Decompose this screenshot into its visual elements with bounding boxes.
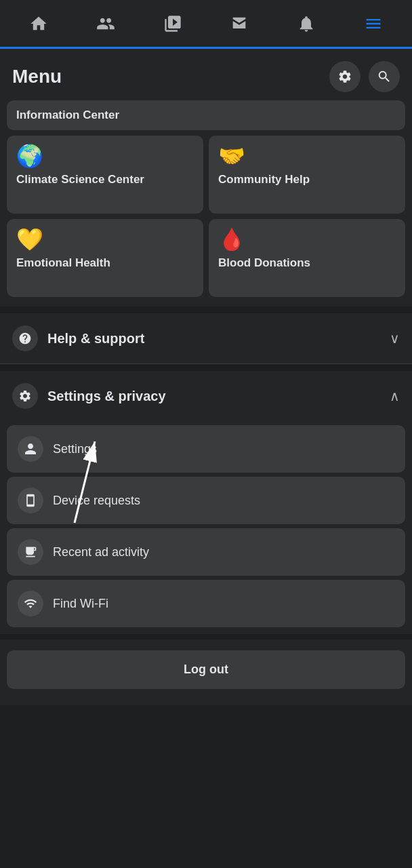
help-support-header[interactable]: Help & support ∨ bbox=[0, 313, 412, 363]
section-divider-1 bbox=[0, 307, 412, 313]
device-requests-icon bbox=[18, 488, 43, 513]
climate-icon: 🌍 bbox=[16, 145, 194, 167]
settings-privacy-label: Settings & privacy bbox=[47, 389, 380, 404]
blood-icon: 🩸 bbox=[218, 229, 396, 250]
climate-science-item[interactable]: 🌍 Climate Science Center bbox=[7, 136, 203, 214]
settings-items-list: Settings Device requests Recent ad activ… bbox=[0, 421, 412, 634]
help-support-label: Help & support bbox=[47, 331, 380, 347]
settings-privacy-icon bbox=[12, 383, 38, 409]
nav-home[interactable] bbox=[18, 6, 59, 41]
info-center-item[interactable]: Information Center bbox=[7, 100, 405, 130]
settings-item-settings[interactable]: Settings bbox=[7, 425, 405, 473]
emotional-icon: 💛 bbox=[16, 229, 194, 250]
menu-grid: 🌍 Climate Science Center 💛 Emotional Hea… bbox=[7, 136, 405, 297]
nav-friends[interactable] bbox=[85, 6, 126, 41]
help-chevron: ∨ bbox=[390, 330, 400, 347]
emotional-health-item[interactable]: 💛 Emotional Health bbox=[7, 219, 203, 297]
recent-ad-label: Recent ad activity bbox=[53, 545, 149, 559]
settings-item-wifi[interactable]: Find Wi-Fi bbox=[7, 580, 405, 627]
settings-user-icon bbox=[18, 436, 43, 462]
logout-section: Log out bbox=[0, 639, 412, 705]
info-center-label: Information Center bbox=[16, 108, 119, 121]
nav-menu[interactable] bbox=[353, 6, 394, 41]
settings-privacy-section: Settings & privacy ∧ Settings Device req… bbox=[0, 371, 412, 634]
settings-chevron: ∧ bbox=[390, 388, 400, 404]
wifi-label: Find Wi-Fi bbox=[53, 597, 108, 611]
logout-button[interactable]: Log out bbox=[7, 650, 405, 689]
blood-label: Blood Donations bbox=[218, 256, 396, 270]
menu-title: Menu bbox=[12, 66, 62, 87]
recent-ad-icon bbox=[18, 539, 43, 565]
section-divider-2 bbox=[0, 364, 412, 371]
settings-item-device-requests[interactable]: Device requests bbox=[7, 477, 405, 524]
blood-donations-item[interactable]: 🩸 Blood Donations bbox=[209, 219, 405, 297]
menu-grid-section: Information Center 🌍 Climate Science Cen… bbox=[0, 100, 412, 307]
settings-item-recent-ad[interactable]: Recent ad activity bbox=[7, 528, 405, 576]
community-label: Community Help bbox=[218, 172, 396, 186]
settings-icon-button[interactable] bbox=[329, 61, 360, 92]
climate-label: Climate Science Center bbox=[16, 172, 194, 186]
help-icon bbox=[12, 326, 38, 351]
menu-header: Menu bbox=[0, 49, 412, 100]
community-help-item[interactable]: 🤝 Community Help bbox=[209, 136, 405, 214]
nav-notifications[interactable] bbox=[286, 6, 327, 41]
search-icon-button[interactable] bbox=[369, 61, 400, 92]
wifi-icon bbox=[18, 591, 43, 616]
header-icons bbox=[329, 61, 400, 92]
nav-watch[interactable] bbox=[152, 6, 193, 41]
community-icon: 🤝 bbox=[218, 145, 396, 167]
top-nav bbox=[0, 0, 412, 49]
device-requests-label: Device requests bbox=[53, 494, 140, 508]
emotional-label: Emotional Health bbox=[16, 256, 194, 270]
nav-marketplace[interactable] bbox=[219, 6, 260, 41]
settings-privacy-header[interactable]: Settings & privacy ∧ bbox=[0, 371, 412, 421]
settings-label: Settings bbox=[53, 442, 97, 456]
help-support-section: Help & support ∨ bbox=[0, 313, 412, 364]
